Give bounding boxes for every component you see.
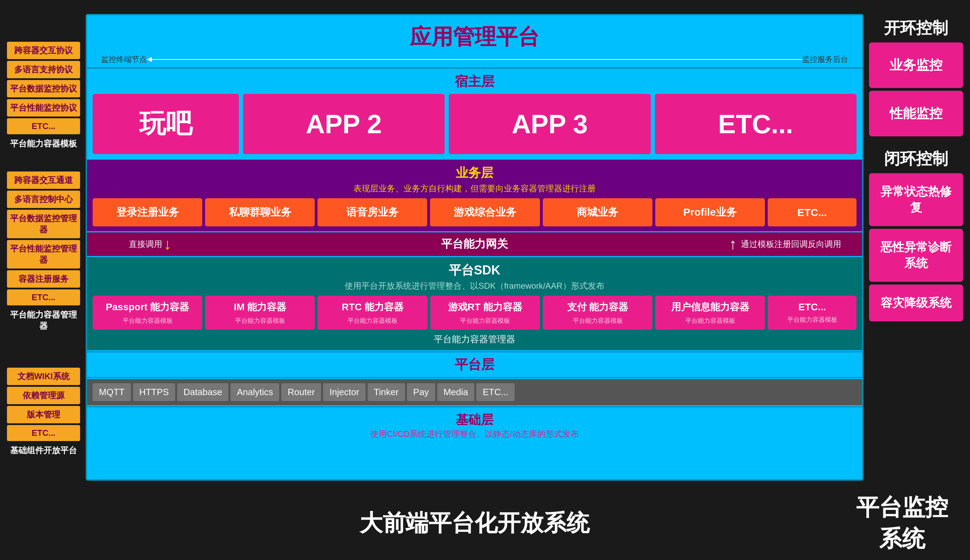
closed-control-section: 闭环控制 异常状态热修复 恶性异常诊断系统 容灾降级系统 [869,145,963,322]
left-sidebar: 跨容器交互协议 多语言支持协议 平台数据监控协议 平台性能监控协议 ETC...… [7,14,80,481]
base-layer: 基础层 使用CI/CD系统进行管理整合、以静态/动态库的形式发布 [87,406,862,444]
app-card-title-3: ETC... [718,109,793,139]
right-card-title-0: 业务监控 [890,58,943,72]
found-item-1: HTTPS [133,383,175,401]
host-layer-title: 宿主层 [93,73,856,90]
gateway-left-label: 直接调用 [129,238,162,250]
sidebar-item-5: ETC... [7,118,80,134]
sdk-card-6: ETC... 平台能力容器模板 [768,296,856,330]
business-layer: 业务层 表现层业务、业务方自行构建，但需要向业务容器管理器进行注册 登录注册业务… [87,160,862,231]
right-card-title-4: 容灾降级系统 [881,296,952,309]
bottom-footer: 大前端平台化开放系统 平台监控系统 [7,486,963,560]
platform-layer-title: 平台层 [455,357,494,372]
found-item-3: Analytics [231,383,279,401]
right-card-title-3: 恶性异常诊断系统 [881,240,952,270]
sidebar-item-8: 平台数据监控管理器 [7,210,80,238]
left-group1: 跨容器交互协议 多语言支持协议 平台数据监控协议 平台性能监控协议 ETC...… [7,42,80,151]
sidebar-item-1: 跨容器交互协议 [7,42,80,59]
app-mgmt-title: 应用管理平台 [87,22,862,52]
biz-card-5: Profile业务 [655,198,765,227]
closed-control-title: 闭环控制 [869,145,963,173]
sidebar-label-1: 平台能力容器模板 [7,136,80,151]
sidebar-item-10: 容器注册服务 [7,270,80,288]
sdk-title: 平台SDK [93,262,856,279]
right-card-title-1: 性能监控 [890,106,943,121]
found-item-6: Tinker [368,383,405,401]
right-card-title-2: 异常状态热修复 [881,185,952,214]
right-card-1: 性能监控 [869,91,963,137]
biz-card-3: 游戏综合业务 [430,198,540,227]
app-card-title-0: 玩吧 [139,106,192,142]
sdk-layer: 平台SDK 使用平台开放系统进行管理整合、以SDK（framework/AAR）… [87,257,862,350]
sdk-card-2: RTC 能力容器 平台能力容器模板 [318,296,427,330]
sdk-subtitle: 使用平台开放系统进行管理整合、以SDK（framework/AAR）形式发布 [93,280,856,292]
sidebar-item-12: 文档WIKI系统 [7,368,80,385]
left-group3: 文档WIKI系统 依赖管理源 版本管理 ETC... 基础组件开放平台 [7,368,80,458]
biz-card-1: 私聊群聊业务 [205,198,315,227]
open-control-title: 开环控制 [869,14,963,42]
found-item-4: Router [281,383,321,401]
sidebar-item-2: 多语言支持协议 [7,61,80,78]
main-title: 大前端平台化开放系统 [94,507,855,539]
base-layer-title: 基础层 [91,412,858,428]
gateway-bar: 直接调用 ↓ 平台能力网关 ↑ 通过模板注册回调反向调用 [87,232,862,256]
sidebar-item-13: 依赖管理源 [7,387,80,404]
right-sidebar: 开环控制 业务监控 性能监控 闭环控制 异常状态热修复 [869,14,963,481]
found-item-0: MQTT [93,383,131,401]
sidebar-label-3: 基础组件开放平台 [7,443,80,458]
sdk-card-1: IM 能力容器 平台能力容器模板 [205,296,315,330]
center-diagram: 应用管理平台 监控终端节点 监控服务后台 宿主层 玩吧 [86,14,863,481]
base-layer-subtitle: 使用CI/CD系统进行管理整合、以静态/动态库的形式发布 [91,428,858,440]
sidebar-item-15: ETC... [7,425,80,441]
biz-card-0: 登录注册业务 [93,198,202,227]
found-item-8: Media [437,383,475,401]
app-card-title-2: APP 3 [512,109,588,139]
sidebar-item-14: 版本管理 [7,406,80,423]
biz-card-2: 语音房业务 [318,198,427,227]
sidebar-item-6: 跨容器交互通道 [7,172,80,189]
app-card-2: APP 3 [449,94,651,154]
sdk-card-0: Passport 能力容器 平台能力容器模板 [93,296,202,330]
right-card-0: 业务监控 [869,42,963,88]
app-mgmt-header: 应用管理平台 监控终端节点 监控服务后台 [87,15,862,67]
sdk-card-5: 用户信息能力容器 平台能力容器模板 [655,296,765,330]
gateway-title: 平台能力网关 [441,237,508,252]
business-layer-title: 业务层 [93,165,856,182]
found-item-7: Pay [407,383,435,401]
platform-layer: 平台层 [87,351,862,378]
biz-card-6: ETC... [768,198,856,227]
sidebar-item-7: 多语言控制中心 [7,191,80,208]
app-card-title-1: APP 2 [306,109,381,139]
left-group2: 跨容器交互通道 多语言控制中心 平台数据监控管理器 平台性能监控管理器 容器注册… [7,172,80,333]
app-card-0: 玩吧 [93,94,239,154]
monitor-left-label: 监控终端节点 [101,54,147,65]
found-item-9: ETC... [476,383,515,401]
right-card-3: 恶性异常诊断系统 [869,229,963,282]
found-item-2: Database [177,383,228,401]
biz-card-4: 商城业务 [543,198,652,227]
sidebar-item-3: 平台数据监控协议 [7,80,80,97]
right-card-4: 容灾降级系统 [869,285,963,322]
app-card-3: ETC... [655,94,856,154]
sidebar-label-2: 平台能力容器管理器 [7,307,80,333]
gateway-right-label: 通过模板注册回调反向调用 [741,238,841,250]
sidebar-item-9: 平台性能监控管理器 [7,240,80,268]
host-layer: 宿主层 玩吧 APP 2 APP 3 ETC... [87,67,862,158]
sidebar-item-4: 平台性能监控协议 [7,99,80,117]
right-system-title: 平台监控系统 [855,492,949,555]
sdk-card-4: 支付 能力容器 平台能力容器模板 [543,296,652,330]
monitor-right-label: 监控服务后台 [802,54,848,65]
open-control-section: 开环控制 业务监控 性能监控 [869,14,963,137]
found-item-5: Injector [323,383,365,401]
sdk-manager-label: 平台能力容器管理器 [93,333,856,345]
foundation-items-row: MQTT HTTPS Database Analytics Router Inj… [87,379,862,405]
right-card-2: 异常状态热修复 [869,173,963,226]
business-layer-subtitle: 表现层业务、业务方自行构建，但需要向业务容器管理器进行注册 [93,183,856,194]
sidebar-item-11: ETC... [7,289,80,305]
app-card-1: APP 2 [243,94,445,154]
sdk-card-3: 游戏RT 能力容器 平台能力容器模板 [430,296,540,330]
